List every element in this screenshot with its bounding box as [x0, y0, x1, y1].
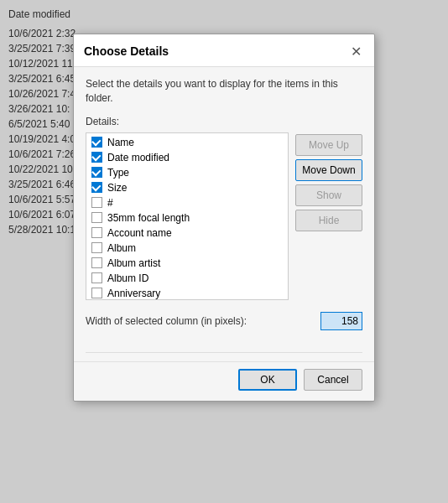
list-item-label: Size — [107, 182, 127, 194]
checkbox-anniversary[interactable] — [91, 288, 102, 298]
list-item[interactable]: Name — [86, 135, 288, 150]
checkbox-album[interactable] — [91, 242, 102, 253]
width-label: Width of selected column (in pixels): — [86, 315, 247, 327]
list-item[interactable]: Type — [86, 165, 288, 180]
show-button[interactable]: Show — [295, 184, 362, 206]
dialog-titlebar: Choose Details ✕ — [74, 34, 374, 67]
list-item-label: Album ID — [107, 272, 148, 284]
move-up-button[interactable]: Move Up — [295, 134, 362, 156]
dialog-footer: OK Cancel — [74, 361, 374, 401]
close-button[interactable]: ✕ — [347, 43, 364, 60]
checkbox-album-artist[interactable] — [91, 257, 102, 268]
list-item[interactable]: Album ID — [86, 271, 288, 286]
list-item-label: Date modified — [107, 152, 169, 163]
list-item-label: Anniversary — [107, 288, 160, 299]
list-item[interactable]: Size — [86, 180, 288, 195]
list-item-label: Album artist — [107, 257, 160, 269]
list-item[interactable]: Date modified — [86, 150, 288, 165]
cancel-button[interactable]: Cancel — [304, 369, 362, 391]
hide-button[interactable]: Hide — [295, 210, 362, 231]
checkbox-#[interactable] — [91, 197, 102, 208]
checkbox-name[interactable] — [91, 137, 102, 148]
list-item-label: Name — [107, 137, 134, 148]
list-item[interactable]: Account name — [86, 226, 288, 241]
separator — [86, 352, 362, 353]
list-item-label: # — [107, 197, 113, 209]
list-item-label: Album — [107, 242, 136, 254]
width-input[interactable] — [320, 312, 362, 330]
checkbox-type[interactable] — [91, 167, 102, 178]
side-buttons: Move Up Move Down Show Hide — [295, 132, 362, 300]
dialog-title: Choose Details — [84, 44, 169, 58]
checkbox-date-modified[interactable] — [91, 152, 102, 163]
ok-button[interactable]: OK — [238, 369, 297, 391]
list-item[interactable]: Anniversary — [86, 286, 288, 300]
list-item[interactable]: 35mm focal length — [86, 210, 288, 226]
list-item[interactable]: Album — [86, 241, 288, 256]
list-item-label: Account name — [107, 227, 172, 239]
checkbox-account-name[interactable] — [91, 227, 102, 238]
move-down-button[interactable]: Move Down — [295, 159, 362, 181]
dialog-body: Select the details you want to display f… — [74, 67, 374, 352]
details-section: NameDate modifiedTypeSize#35mm focal len… — [86, 132, 362, 300]
details-label: Details: — [86, 116, 362, 127]
dialog-overlay: Choose Details ✕ Select the details you … — [0, 0, 448, 503]
choose-details-dialog: Choose Details ✕ Select the details you … — [73, 34, 375, 402]
list-item-label: 35mm focal length — [107, 212, 190, 224]
list-item-label: Type — [107, 167, 129, 179]
details-list[interactable]: NameDate modifiedTypeSize#35mm focal len… — [86, 132, 289, 300]
dialog-description: Select the details you want to display f… — [86, 77, 362, 106]
width-row: Width of selected column (in pixels): — [86, 312, 362, 330]
list-item[interactable]: # — [86, 195, 288, 210]
checkbox-size[interactable] — [91, 182, 102, 193]
checkbox-album-id[interactable] — [91, 272, 102, 283]
list-item[interactable]: Album artist — [86, 256, 288, 271]
checkbox-35mm-focal-length[interactable] — [91, 212, 102, 223]
